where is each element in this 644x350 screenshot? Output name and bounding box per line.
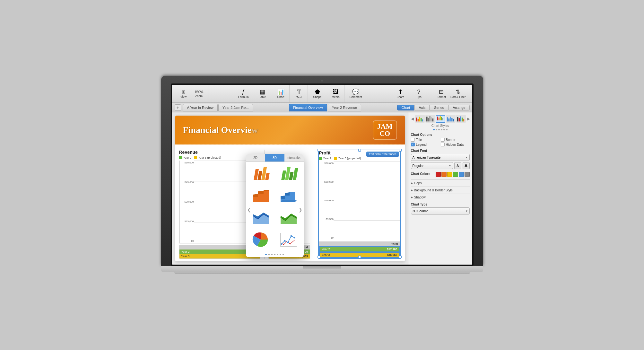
styles-prev-arrow[interactable]: ◀ (411, 117, 414, 121)
legend-checkbox[interactable]: ✓ (411, 143, 415, 146)
chart-type-dropdown[interactable]: 2D Column ▼ (411, 207, 470, 214)
font-size-large-button[interactable]: A (463, 162, 470, 169)
profit-chart[interactable]: Edit Data References Profit Year 2 (318, 150, 401, 259)
popup-next-arrow[interactable]: ❯ (299, 207, 302, 212)
svg-rect-42 (442, 118, 443, 120)
handle-br[interactable] (399, 256, 402, 258)
style-thumb-3[interactable] (436, 115, 445, 123)
style-thumb-4[interactable] (446, 115, 456, 123)
svg-rect-41 (441, 117, 442, 120)
chart-type-3d-area-blue[interactable] (248, 208, 274, 227)
gaps-section[interactable]: ▶ Gaps (411, 179, 470, 187)
popup-tab-2d[interactable]: 2D (246, 154, 265, 162)
swatch-gray[interactable] (465, 172, 470, 177)
svg-rect-37 (432, 118, 433, 121)
option-title[interactable]: Title (411, 138, 440, 142)
chart-type-popup[interactable]: 2D 3D Interactive ❮ ❯ (246, 154, 304, 257)
popup-content-wrapper: ❮ ❯ (246, 162, 304, 257)
revenue-year3-swatch (194, 156, 197, 159)
share-button[interactable]: ⬆ Share (394, 88, 407, 100)
profit-legend-year2: Year 2 (319, 157, 331, 160)
chart-divider-2 (314, 150, 314, 259)
format-tab-chart[interactable]: Chart (397, 105, 414, 110)
handle-tm[interactable] (358, 149, 361, 152)
style-thumb-5[interactable] (456, 115, 466, 123)
chart-type-3d-stairs-blue[interactable] (276, 186, 301, 206)
add-tab-button[interactable]: + (175, 104, 181, 111)
handle-bl[interactable] (318, 256, 320, 258)
popup-tab-interactive[interactable]: Interactive (284, 154, 304, 162)
border-checkbox[interactable] (441, 138, 445, 142)
text-button[interactable]: T Text (293, 87, 306, 100)
revenue-y-labels: $60,000 $45,000 $30,000 $15,000 $0 (179, 161, 194, 243)
svg-point-23 (281, 243, 282, 245)
background-border-section[interactable]: ▶ Background & Border Style (411, 187, 470, 194)
font-style-dropdown[interactable]: Regular ▼ (411, 162, 453, 169)
zoom-button[interactable]: 150% Zoom (193, 89, 205, 99)
right-panel: ◀ (408, 112, 472, 265)
svg-rect-1 (257, 171, 262, 180)
profit-row-year2: Year 2 $17,100 (319, 246, 400, 252)
tab-financial-overview[interactable]: Financial Overview (289, 104, 327, 111)
profit-legend: Year 2 Year 3 (projected) (319, 157, 400, 160)
edit-data-button[interactable]: Edit Data References (366, 152, 399, 157)
tab-bar: + A Year in Review Year 2 Jam Re... Fina… (172, 103, 472, 112)
tips-button[interactable]: ? Tips (412, 88, 425, 100)
swatch-blue[interactable] (459, 172, 464, 177)
svg-rect-47 (453, 119, 454, 121)
jam-co-text: JAMCO (377, 123, 393, 137)
chart-button[interactable]: 📊 Chart (274, 88, 287, 100)
font-name-dropdown[interactable]: American Typewriter ▼ (411, 154, 470, 161)
handle-tl[interactable] (318, 149, 320, 152)
hidden-data-checkbox[interactable] (441, 143, 445, 146)
svg-marker-9 (253, 194, 258, 197)
option-border[interactable]: Border (441, 138, 470, 142)
swatch-orange[interactable] (441, 172, 447, 177)
popup-prev-arrow[interactable]: ❮ (247, 207, 251, 212)
table-button[interactable]: ▦ Table (256, 88, 269, 100)
view-button[interactable]: ⊞ View (177, 88, 190, 100)
styles-dot-4 (441, 129, 442, 130)
chart-type-arrow: ▼ (466, 210, 468, 213)
chart-type-3d-area-green[interactable] (276, 208, 301, 227)
chart-type-3d-bar-green[interactable] (276, 164, 301, 184)
swatch-yellow[interactable] (447, 172, 452, 177)
formula-button[interactable]: ƒ Formula (236, 88, 251, 100)
format-tab-axis[interactable]: Axis (414, 105, 430, 110)
svg-point-24 (284, 240, 285, 242)
chart-type-3d-bar-orange[interactable] (248, 164, 274, 184)
chart-type-scatter[interactable] (276, 230, 301, 249)
font-size-small-button[interactable]: A (454, 162, 461, 169)
sort-filter-button[interactable]: ⇅ Sort & Filter (448, 88, 468, 100)
option-hidden-data[interactable]: Hidden Data (441, 143, 470, 146)
option-legend[interactable]: ✓ Legend (411, 143, 440, 146)
shadow-section[interactable]: ▶ Shadow (411, 194, 470, 201)
handle-tr[interactable] (399, 149, 402, 152)
screen-bezel: ⊞ View 150% Zoom ƒ Formula (171, 83, 474, 266)
chart-type-pie[interactable] (248, 230, 274, 249)
chart-icon-3d-area-green (279, 209, 298, 226)
swatch-red[interactable] (436, 172, 441, 177)
profit-chart-area: $38,000 $28,500 $19,000 $9,500 $0 (319, 161, 400, 240)
style-thumb-1[interactable] (415, 115, 425, 123)
chart-type-3d-stairs-orange[interactable] (248, 186, 274, 206)
media-button[interactable]: 🖼 Media (329, 88, 342, 100)
title-checkbox[interactable] (411, 138, 415, 142)
swatch-green[interactable] (453, 172, 458, 177)
format-tab-series[interactable]: Series (430, 105, 448, 110)
shape-button[interactable]: ⬟ Shape (311, 88, 324, 100)
share-group: ⬆ Share (392, 85, 409, 102)
tab-year2-jam[interactable]: Year 2 Jam Re... (218, 104, 253, 111)
tab-year2-revenue[interactable]: Year 2 Revenue (328, 104, 361, 111)
format-tab-arrange[interactable]: Arrange (448, 105, 469, 110)
popup-tab-3d[interactable]: 3D (265, 154, 284, 162)
handle-bm[interactable] (358, 256, 361, 258)
dot-5 (277, 254, 278, 255)
chart-group: 📊 Chart (273, 85, 290, 102)
tab-year-in-review[interactable]: A Year in Review (183, 104, 218, 111)
macbook: ⊞ View 150% Zoom ƒ Formula (161, 76, 483, 274)
comment-button[interactable]: 💬 Comment (348, 88, 364, 100)
style-thumb-2[interactable] (425, 115, 435, 123)
format-button[interactable]: ⊟ Format (435, 88, 448, 100)
styles-next-arrow[interactable]: ▶ (467, 117, 470, 121)
